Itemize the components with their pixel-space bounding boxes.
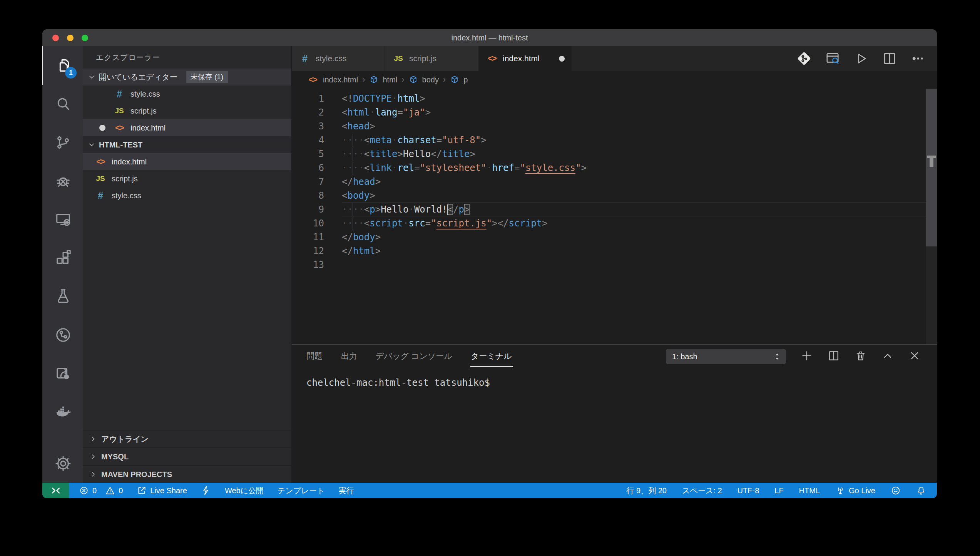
code-line-6[interactable]: ····<link·rel="stylesheet"·href="style.c… [342, 161, 937, 175]
activity-docker[interactable] [42, 393, 83, 431]
section-maven-projects[interactable]: MAVEN PROJECTS [83, 465, 291, 483]
code-line-4[interactable]: ····<meta·charset="utf-8"> [342, 133, 937, 147]
remote-indicator[interactable] [42, 483, 69, 498]
editor-scrollbar[interactable] [926, 89, 937, 344]
broadcast-icon [835, 486, 845, 496]
tree-item-index-html[interactable]: <> index.html [83, 153, 291, 170]
run-status[interactable]: 実行 [338, 486, 354, 496]
activity-settings[interactable] [42, 444, 83, 483]
activity-source-control[interactable] [42, 123, 83, 162]
section-label: MAVEN PROJECTS [101, 470, 172, 479]
tab-script-js[interactable]: JS script.js [385, 46, 479, 71]
code-line-7[interactable]: </head> [342, 175, 937, 189]
remote-explorer-icon [54, 211, 72, 228]
breadcrumb-p[interactable]: p [463, 75, 468, 84]
activity-debug[interactable] [42, 162, 83, 200]
modified-slot [97, 125, 108, 131]
zoom-button[interactable] [82, 35, 88, 41]
activity-live-share[interactable] [42, 354, 83, 393]
feedback-status[interactable] [891, 486, 901, 496]
more-actions-icon[interactable] [911, 51, 925, 66]
chevron-down-icon [87, 141, 96, 149]
unsaved-dot-icon[interactable] [559, 56, 565, 62]
terminal-content[interactable]: chelchel-mac:html-test tatsuhiko$ [292, 368, 937, 389]
code-line-11[interactable]: </body> [342, 230, 937, 244]
go-live-status[interactable]: Go Live [835, 486, 875, 496]
close-panel-button[interactable] [908, 350, 921, 363]
cursor-position-status[interactable]: 行 9、列 20 [626, 486, 666, 496]
line-number: 8 [292, 189, 324, 203]
tab-label: script.js [409, 54, 436, 63]
terminal-shell-select[interactable]: 1: bash [666, 349, 786, 364]
chevron-right-icon [89, 452, 97, 461]
section-outline[interactable]: アウトライン [83, 430, 291, 447]
open-editors-label: 開いているエディター [99, 72, 177, 82]
activity-explorer[interactable]: 1 [42, 46, 83, 85]
git-compare-icon[interactable] [797, 51, 811, 66]
status-bar: 0 0 Live Share Webに公開 テンプレート 実行 [42, 483, 937, 498]
open-editors-header[interactable]: 開いているエディター 未保存 (1) [83, 69, 291, 85]
code-line-3[interactable]: <head> [342, 119, 937, 133]
section-mysql[interactable]: MYSQL [83, 447, 291, 465]
code-line-12[interactable]: </html> [342, 244, 937, 258]
template-status[interactable]: テンプレート [278, 486, 324, 496]
tab-style-css[interactable]: # style.css [292, 46, 385, 71]
minimize-button[interactable] [67, 35, 74, 41]
live-share-icon [137, 486, 147, 496]
explorer-badge: 1 [65, 67, 77, 79]
panel-tab-debug-console[interactable]: デバッグ コンソール [376, 351, 452, 362]
split-editor-icon[interactable] [882, 51, 897, 66]
language-status[interactable]: HTML [799, 486, 820, 495]
line-number: 5 [292, 147, 324, 161]
breadcrumb-body[interactable]: body [422, 75, 439, 84]
activity-git-graph[interactable] [42, 316, 83, 354]
activity-testing[interactable] [42, 277, 83, 316]
tab-index-html[interactable]: <> index.html [479, 46, 572, 71]
breadcrumb: <> index.html › html › body › p [292, 71, 937, 89]
code-lines[interactable]: <!DOCTYPE·html><html·lang="ja"><head>···… [342, 89, 937, 344]
code-line-13[interactable] [342, 258, 937, 272]
code-line-5[interactable]: ····<title>Hello</title> [342, 147, 937, 161]
panel-tab-problems[interactable]: 問題 [306, 351, 323, 362]
scrollbar-thumb[interactable] [926, 89, 937, 246]
file-name: script.js [130, 107, 157, 116]
encoding-status[interactable]: UTF-8 [738, 486, 759, 495]
problems-status[interactable]: 0 0 [79, 486, 123, 496]
tab-bar: # style.css JS script.js <> index.html [292, 46, 937, 71]
kill-terminal-button[interactable] [855, 350, 867, 363]
live-share-status[interactable]: Live Share [137, 486, 187, 496]
bolt-status[interactable] [201, 486, 211, 496]
activity-search[interactable] [42, 85, 83, 123]
code-line-10[interactable]: ····<script·src="script.js"></script> [342, 216, 937, 230]
breadcrumb-file[interactable]: index.html [323, 75, 358, 84]
split-terminal-button[interactable] [828, 350, 840, 363]
open-editor-index-html[interactable]: <> index.html [83, 119, 291, 136]
open-editor-script-js[interactable]: JS script.js [83, 102, 291, 119]
close-button[interactable] [52, 35, 59, 41]
code-line-2[interactable]: <html·lang="ja"> [342, 106, 937, 119]
new-terminal-button[interactable] [801, 350, 813, 363]
editor-actions [797, 46, 925, 71]
tree-item-style-css[interactable]: # style.css [83, 187, 291, 204]
open-editor-style-css[interactable]: # style.css [83, 85, 291, 102]
open-preview-icon[interactable] [825, 51, 840, 66]
smiley-icon [891, 486, 901, 496]
breadcrumb-html[interactable]: html [383, 75, 397, 84]
indentation-status[interactable]: スペース: 2 [682, 486, 722, 496]
code-editor[interactable]: 12345678910111213 <!DOCTYPE·html><html·l… [292, 89, 937, 344]
tree-item-script-js[interactable]: JS script.js [83, 170, 291, 187]
line-number: 11 [292, 230, 324, 244]
workspace-header[interactable]: HTML-TEST [83, 136, 291, 153]
activity-extensions[interactable] [42, 239, 83, 277]
activity-remote-explorer[interactable] [42, 200, 83, 239]
publish-web-status[interactable]: Webに公開 [225, 486, 264, 496]
panel-tab-terminal[interactable]: ターミナル [471, 351, 512, 362]
notifications-status[interactable] [916, 486, 926, 496]
run-icon[interactable] [854, 51, 868, 66]
eol-status[interactable]: LF [774, 486, 783, 495]
code-line-9[interactable]: ····<p>Hello·World!</p> [342, 203, 937, 216]
maximize-panel-button[interactable] [881, 350, 894, 363]
panel-tab-output[interactable]: 出力 [341, 351, 357, 362]
code-line-8[interactable]: <body> [342, 189, 937, 203]
code-line-1[interactable]: <!DOCTYPE·html> [342, 92, 937, 106]
